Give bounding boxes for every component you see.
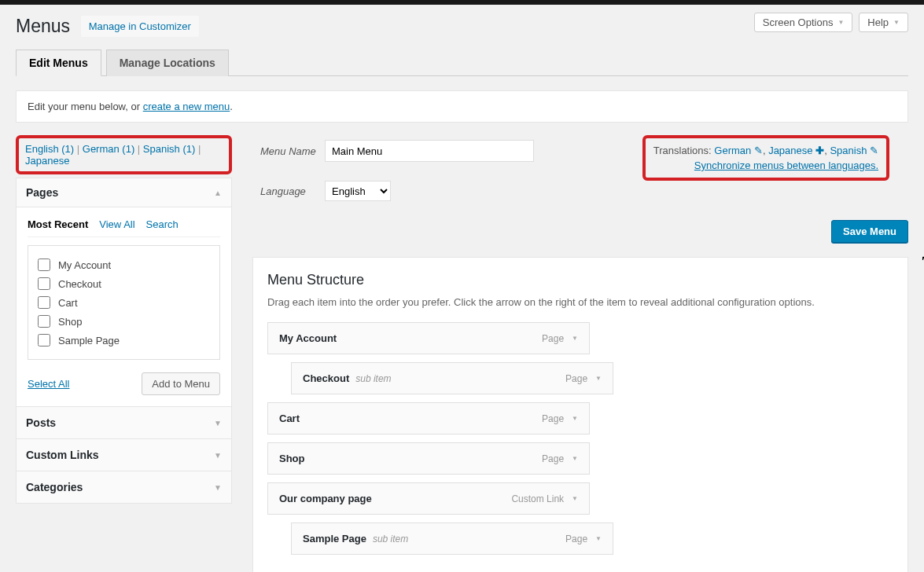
screen-options-label: Screen Options [763, 16, 834, 28]
help-button[interactable]: Help ▼ [859, 13, 908, 32]
chevron-down-icon[interactable]: ▼ [572, 335, 578, 342]
notice-bar: Edit your menu below, or create a new me… [16, 90, 908, 123]
translations-box: Translations: German ✎, Japanese ✚, Span… [642, 135, 889, 181]
lang-spanish-link[interactable]: Spanish (1) [143, 143, 195, 155]
notice-text-after: . [230, 101, 233, 112]
categories-accordion-title: Categories [26, 481, 83, 493]
screen-options-button[interactable]: Screen Options ▼ [754, 13, 853, 32]
create-new-menu-link[interactable]: create a new menu [143, 101, 230, 112]
language-select[interactable]: English [325, 181, 391, 201]
chevron-down-icon: ▼ [214, 483, 222, 492]
posts-accordion-title: Posts [26, 416, 56, 429]
menu-structure-heading: Menu Structure [267, 272, 893, 288]
manage-in-customizer-link[interactable]: Manage in Customizer [81, 16, 199, 37]
page-checkbox[interactable] [38, 315, 50, 328]
pages-accordion: Pages ▲ Most Recent View All Search My A… [16, 178, 232, 407]
synchronize-menus-link[interactable]: Synchronize menus between languages. [653, 160, 878, 171]
add-to-menu-button[interactable]: Add to Menu [142, 372, 220, 395]
menu-name-input[interactable] [325, 140, 534, 162]
select-all-link[interactable]: Select All [28, 378, 69, 390]
chevron-down-icon[interactable]: ▼ [595, 535, 602, 542]
posts-accordion-toggle[interactable]: Posts ▼ [16, 407, 232, 439]
page-item[interactable]: My Account [38, 255, 210, 274]
language-filter-row: English (1) | German (1) | Spanish (1) |… [16, 135, 232, 174]
page-item[interactable]: Checkout [38, 274, 210, 293]
pages-accordion-toggle[interactable]: Pages ▲ [17, 178, 231, 207]
translation-german-link[interactable]: German ✎ [714, 145, 763, 156]
menu-item[interactable]: Checkoutsub item Page▼ [291, 362, 613, 394]
language-label: Language [260, 185, 325, 197]
menu-item[interactable]: Shop Page▼ [267, 442, 590, 475]
menu-item[interactable]: Sample Pagesub item Page▼ [291, 522, 613, 555]
menu-structure-description: Drag each item into the order you prefer… [267, 296, 893, 308]
cursor-icon: ↖ [921, 253, 924, 266]
page-item[interactable]: Cart [38, 293, 210, 312]
menu-item[interactable]: Cart Page▼ [267, 402, 590, 434]
save-menu-button[interactable]: Save Menu [831, 220, 908, 243]
lang-english-link[interactable]: English (1) [25, 143, 74, 155]
chevron-down-icon: ▼ [214, 419, 222, 427]
lang-german-link[interactable]: German (1) [83, 143, 134, 155]
menu-item[interactable]: Our company page Custom Link▼ [267, 482, 590, 515]
chevron-down-icon[interactable]: ▼ [595, 375, 602, 382]
menu-item[interactable]: My Account Page▼ [267, 322, 590, 354]
pages-tab-viewall[interactable]: View All [99, 218, 134, 230]
tab-manage-locations[interactable]: Manage Locations [106, 50, 229, 76]
menu-name-label: Menu Name [260, 145, 325, 157]
menu-structure-panel: Menu Structure Drag each item into the o… [252, 257, 908, 572]
pages-list: My Account Checkout Cart Shop Sample Pag… [28, 245, 220, 360]
translation-japanese-link[interactable]: Japanese ✚ [768, 145, 824, 156]
page-checkbox[interactable] [38, 334, 50, 346]
page-checkbox[interactable] [38, 296, 50, 309]
page-item[interactable]: Sample Page [38, 331, 210, 350]
page-checkbox[interactable] [38, 258, 50, 271]
plus-icon: ✚ [815, 145, 824, 156]
page-checkbox[interactable] [38, 277, 50, 290]
notice-text: Edit your menu below, or [28, 101, 143, 112]
tab-edit-menus[interactable]: Edit Menus [16, 50, 101, 76]
page-title: Menus [16, 5, 70, 43]
chevron-up-icon: ▲ [214, 189, 222, 197]
pages-accordion-title: Pages [26, 186, 58, 199]
translation-spanish-link[interactable]: Spanish ✎ [830, 145, 878, 156]
pencil-icon: ✎ [870, 145, 878, 156]
chevron-down-icon: ▼ [214, 451, 222, 460]
chevron-down-icon[interactable]: ▼ [572, 495, 578, 502]
custom-links-accordion-toggle[interactable]: Custom Links ▼ [16, 439, 232, 471]
chevron-down-icon: ▼ [837, 19, 844, 26]
pages-tab-recent[interactable]: Most Recent [28, 218, 88, 230]
custom-links-accordion-title: Custom Links [26, 449, 99, 461]
pencil-icon: ✎ [754, 145, 763, 156]
chevron-down-icon[interactable]: ▼ [572, 415, 578, 422]
chevron-down-icon[interactable]: ▼ [572, 455, 578, 462]
help-label: Help [867, 16, 889, 28]
categories-accordion-toggle[interactable]: Categories ▼ [16, 471, 232, 504]
chevron-down-icon: ▼ [893, 19, 900, 26]
page-item[interactable]: Shop [38, 312, 210, 331]
lang-japanese-link[interactable]: Japanese [25, 155, 69, 167]
translations-prefix: Translations: [653, 145, 715, 156]
pages-tab-search[interactable]: Search [146, 218, 179, 230]
